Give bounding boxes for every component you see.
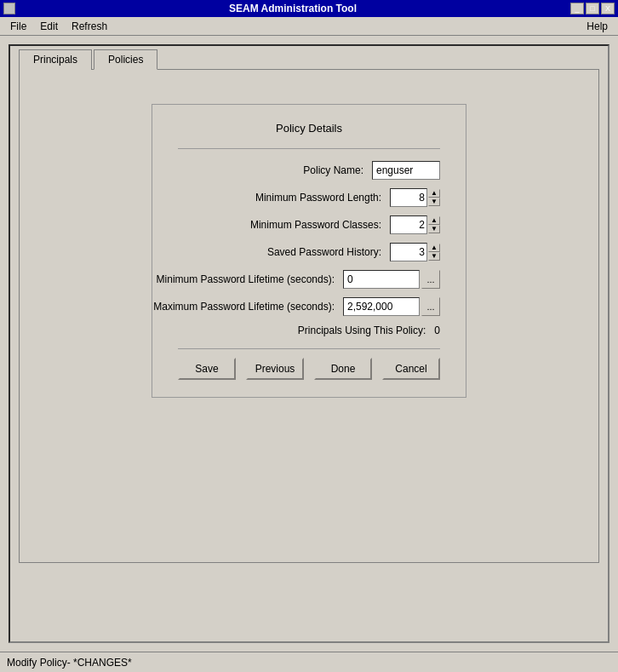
- tabs-row: Principals Policies: [10, 49, 608, 70]
- saved-pwd-history-spinner: ▲ ▼: [390, 243, 440, 261]
- panel-title: Policy Details: [178, 122, 440, 135]
- min-pwd-length-down[interactable]: ▼: [428, 198, 440, 206]
- tab-content-policies: Policy Details Policy Name: Minimum Pass…: [19, 69, 599, 563]
- min-pwd-classes-up[interactable]: ▲: [428, 216, 440, 225]
- min-pwd-length-up[interactable]: ▲: [428, 189, 440, 198]
- min-pwd-lifetime-row: Minimum Password Lifetime (seconds): ...: [178, 270, 440, 289]
- menu-file[interactable]: File: [3, 19, 33, 34]
- menu-help[interactable]: Help: [580, 19, 615, 34]
- min-pwd-classes-input[interactable]: [390, 215, 427, 234]
- status-bar: Modify Policy- *CHANGES*: [0, 652, 618, 672]
- min-pwd-classes-spinner: ▲ ▼: [390, 215, 440, 234]
- bottom-divider: [178, 348, 440, 349]
- max-pwd-lifetime-row: Maximum Password Lifetime (seconds): ...: [178, 297, 440, 316]
- policy-name-label: Policy Name:: [210, 164, 363, 176]
- menu-bar: File Edit Refresh Help: [0, 17, 618, 36]
- min-pwd-lifetime-ellipsis[interactable]: ...: [421, 270, 440, 289]
- principals-using-value: 0: [434, 325, 440, 336]
- app-icon: [3, 3, 15, 14]
- saved-pwd-history-arrows: ▲ ▼: [428, 244, 440, 261]
- menu-refresh[interactable]: Refresh: [65, 19, 114, 34]
- menu-edit[interactable]: Edit: [33, 19, 65, 34]
- min-pwd-lifetime-input[interactable]: [343, 270, 420, 289]
- window-title: SEAM Administration Tool: [15, 3, 570, 14]
- policy-details-panel: Policy Details Policy Name: Minimum Pass…: [152, 104, 466, 398]
- buttons-row: Save Previous Done Cancel: [178, 358, 440, 380]
- min-pwd-classes-down[interactable]: ▼: [428, 225, 440, 233]
- min-pwd-length-spinner: ▲ ▼: [390, 188, 440, 207]
- max-pwd-lifetime-input[interactable]: [343, 297, 420, 316]
- maximize-button[interactable]: □: [586, 3, 599, 14]
- title-bar: SEAM Administration Tool _ □ X: [0, 0, 618, 17]
- previous-button[interactable]: Previous: [246, 358, 304, 380]
- min-pwd-length-arrows: ▲ ▼: [428, 189, 440, 206]
- tab-container: Principals Policies Policy Details Polic…: [9, 44, 609, 643]
- saved-pwd-history-down[interactable]: ▼: [428, 252, 440, 261]
- min-pwd-length-label: Minimum Password Length:: [228, 192, 381, 204]
- min-pwd-classes-row: Minimum Password Classes: ▲ ▼: [178, 215, 440, 234]
- top-divider: [178, 148, 440, 149]
- min-pwd-length-row: Minimum Password Length: ▲ ▼: [178, 188, 440, 207]
- saved-pwd-history-label: Saved Password History:: [228, 246, 381, 258]
- close-button[interactable]: X: [601, 3, 615, 14]
- max-pwd-lifetime-controls: ...: [343, 297, 440, 316]
- done-button[interactable]: Done: [314, 358, 372, 380]
- cancel-button[interactable]: Cancel: [382, 358, 440, 380]
- min-pwd-lifetime-label: Minimum Password Lifetime (seconds):: [157, 273, 335, 285]
- saved-pwd-history-up[interactable]: ▲: [428, 244, 440, 252]
- min-pwd-length-input[interactable]: [390, 188, 427, 207]
- window-controls: _ □ X: [570, 3, 615, 14]
- tab-policies[interactable]: Policies: [94, 49, 157, 70]
- saved-pwd-history-row: Saved Password History: ▲ ▼: [178, 243, 440, 261]
- min-pwd-classes-arrows: ▲ ▼: [428, 216, 440, 233]
- policy-name-row: Policy Name:: [178, 161, 440, 180]
- max-pwd-lifetime-ellipsis[interactable]: ...: [421, 297, 440, 316]
- max-pwd-lifetime-label: Maximum Password Lifetime (seconds):: [153, 301, 335, 313]
- status-text: Modify Policy- *CHANGES*: [7, 657, 132, 669]
- min-pwd-classes-label: Minimum Password Classes:: [228, 219, 381, 231]
- tab-principals[interactable]: Principals: [19, 49, 92, 70]
- principals-using-row: Principals Using This Policy: 0: [178, 325, 440, 336]
- minimize-button[interactable]: _: [570, 3, 584, 14]
- save-button[interactable]: Save: [178, 358, 236, 380]
- main-area: Principals Policies Policy Details Polic…: [0, 36, 618, 652]
- principals-using-label: Principals Using This Policy:: [272, 325, 426, 336]
- policy-name-input[interactable]: [372, 161, 440, 180]
- saved-pwd-history-input[interactable]: [390, 243, 427, 261]
- min-pwd-lifetime-controls: ...: [343, 270, 440, 289]
